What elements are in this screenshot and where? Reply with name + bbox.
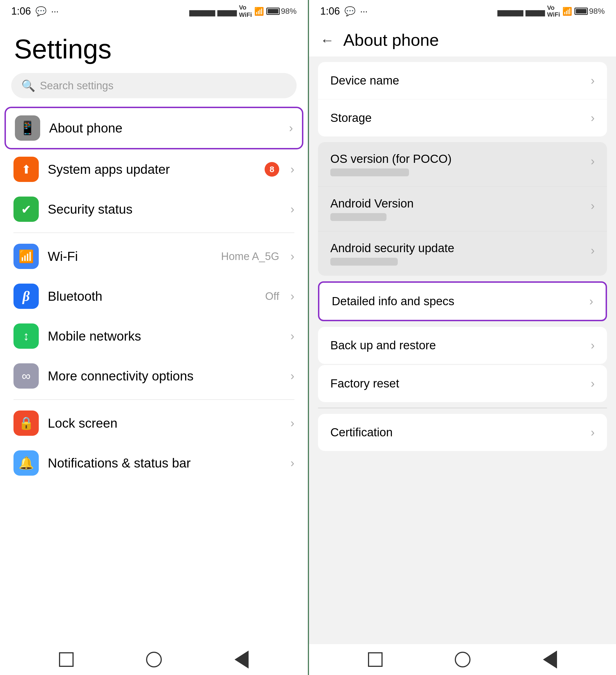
recents-icon-right: [368, 652, 383, 667]
bluetooth-value: Off: [265, 290, 279, 302]
about-phone-icon: 📱: [15, 116, 40, 141]
card-certification: Certification ›: [318, 414, 607, 451]
signal-bars-right: ▅▅▅▅: [497, 6, 523, 16]
settings-item-about-phone[interactable]: 📱 About phone ›: [4, 107, 303, 149]
vowifi-right: VoWiFi: [547, 4, 560, 18]
android-version-item[interactable]: Android Version ›: [318, 187, 607, 231]
nav-recents-right[interactable]: [365, 650, 385, 669]
whatsapp-icon-right: 💬: [344, 6, 356, 16]
back-button[interactable]: ←: [320, 32, 334, 48]
about-phone-arrow: ›: [289, 121, 293, 135]
status-bar-left: 1:06 💬 ··· ▅▅▅▅ ▅▅▅ VoWiFi 📶 98%: [0, 0, 308, 22]
mobile-networks-label: Mobile networks: [48, 328, 279, 344]
storage-label: Storage: [330, 111, 591, 125]
wifi-settings-icon: 📶: [13, 244, 39, 269]
settings-item-security[interactable]: ✔ Security status ›: [0, 189, 308, 229]
settings-title: Settings: [0, 22, 308, 73]
time-left: 1:06: [11, 5, 31, 17]
os-version-label: OS version (for POCO): [330, 152, 591, 166]
signal2-right: ▅▅▅: [526, 6, 545, 16]
nav-back-left[interactable]: [232, 650, 252, 669]
status-icons-left: ▅▅▅▅ ▅▅▅ VoWiFi 📶 98%: [189, 4, 297, 18]
android-security-blur: [330, 258, 398, 266]
storage-item[interactable]: Storage ›: [318, 99, 607, 137]
about-phone-label: About phone: [49, 121, 278, 136]
certification-item[interactable]: Certification ›: [318, 414, 607, 451]
home-icon-right: [455, 652, 471, 667]
wifi-arrow: ›: [290, 250, 294, 263]
bottom-nav-right: [309, 644, 616, 675]
os-version-wrap: OS version (for POCO): [330, 152, 591, 176]
detailed-info-card[interactable]: Detailed info and specs ›: [318, 281, 607, 321]
lock-screen-label: Lock screen: [48, 416, 279, 431]
wifi-value: Home A_5G: [221, 250, 279, 262]
nav-home-left[interactable]: [144, 650, 164, 669]
mobile-networks-icon: ↕: [13, 323, 39, 349]
android-security-arrow: ›: [591, 244, 595, 257]
back-icon-right: [543, 651, 557, 669]
certification-arrow: ›: [591, 426, 595, 439]
settings-item-lock-screen[interactable]: 🔒 Lock screen ›: [0, 403, 308, 443]
right-panel: 1:06 💬 ··· ▅▅▅▅ ▅▅▅ VoWiFi 📶 98% ← About…: [309, 0, 616, 675]
vowifi-left: VoWiFi: [239, 4, 252, 18]
right-header: ← About phone: [309, 22, 616, 57]
security-icon: ✔: [13, 197, 39, 222]
lock-screen-icon: 🔒: [13, 410, 39, 436]
bluetooth-icon: β: [13, 284, 39, 309]
status-time-left: 1:06 💬 ···: [11, 5, 59, 17]
android-version-wrap: Android Version: [330, 197, 591, 221]
settings-item-bluetooth[interactable]: β Bluetooth Off ›: [0, 276, 308, 316]
battery-right: 98%: [574, 7, 605, 16]
detailed-info-label: Detailed info and specs: [332, 295, 589, 308]
lock-screen-arrow: ›: [290, 417, 294, 430]
backup-item[interactable]: Back up and restore ›: [318, 327, 607, 364]
divider-2: [13, 399, 294, 400]
status-icons-right: ▅▅▅▅ ▅▅▅ VoWiFi 📶 98%: [497, 4, 605, 18]
notifications-arrow: ›: [290, 456, 294, 470]
right-content: Device name › Storage › OS version (for …: [309, 57, 616, 644]
settings-item-more-connectivity[interactable]: ∞ More connectivity options ›: [0, 356, 308, 396]
security-arrow: ›: [290, 203, 294, 216]
os-version-arrow: ›: [591, 154, 595, 168]
factory-reset-item[interactable]: Factory reset ›: [318, 365, 607, 402]
dots-right: ···: [360, 6, 368, 16]
device-name-arrow: ›: [591, 74, 595, 87]
android-version-arrow: ›: [591, 199, 595, 213]
backup-arrow: ›: [591, 339, 595, 352]
storage-arrow: ›: [591, 111, 595, 125]
nav-recents-left[interactable]: [57, 650, 76, 669]
settings-item-notifications[interactable]: 🔔 Notifications & status bar ›: [0, 443, 308, 483]
nav-home-right[interactable]: [453, 650, 472, 669]
settings-item-system-apps[interactable]: ⬆ System apps updater 8 ›: [0, 149, 308, 189]
recents-icon-left: [59, 652, 74, 667]
back-icon-left: [234, 651, 249, 669]
android-security-item[interactable]: Android security update ›: [318, 231, 607, 276]
more-connectivity-label: More connectivity options: [48, 368, 279, 384]
system-apps-arrow: ›: [290, 163, 294, 176]
search-bar[interactable]: 🔍 Search settings: [11, 73, 297, 98]
bluetooth-arrow: ›: [290, 290, 294, 303]
android-security-label: Android security update: [330, 241, 591, 255]
backup-label: Back up and restore: [330, 339, 591, 352]
home-icon-left: [146, 652, 162, 667]
search-icon: 🔍: [21, 79, 36, 92]
more-connectivity-icon: ∞: [13, 363, 39, 389]
whatsapp-icon-left: 💬: [36, 6, 47, 16]
search-placeholder: Search settings: [40, 80, 114, 92]
factory-reset-arrow: ›: [591, 377, 595, 390]
bluetooth-label: Bluetooth: [48, 289, 256, 304]
notifications-icon: 🔔: [13, 450, 39, 476]
detailed-info-item[interactable]: Detailed info and specs ›: [319, 283, 606, 320]
os-version-blur: [330, 168, 409, 176]
right-divider: [318, 408, 607, 408]
detailed-info-arrow: ›: [589, 295, 593, 308]
device-name-item[interactable]: Device name ›: [318, 62, 607, 99]
notifications-label: Notifications & status bar: [48, 455, 279, 470]
card-backup: Back up and restore ›: [318, 327, 607, 364]
os-version-item[interactable]: OS version (for POCO) ›: [318, 142, 607, 187]
settings-item-wifi[interactable]: 📶 Wi-Fi Home A_5G ›: [0, 236, 308, 276]
security-label: Security status: [48, 202, 279, 217]
battery-left: 98%: [266, 7, 297, 16]
nav-back-right[interactable]: [540, 650, 560, 669]
settings-item-mobile-networks[interactable]: ↕ Mobile networks ›: [0, 316, 308, 356]
